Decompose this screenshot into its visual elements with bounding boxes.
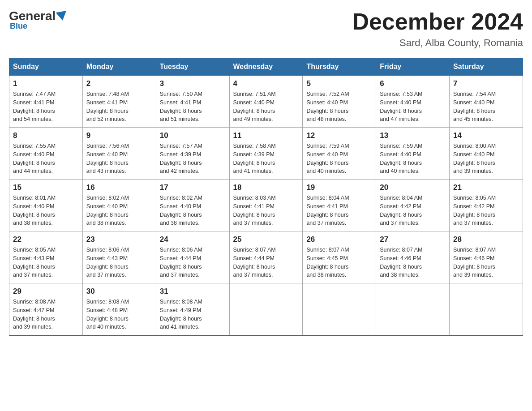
day-number: 4	[233, 79, 299, 88]
calendar-week-row: 1Sunrise: 7:47 AMSunset: 4:41 PMDaylight…	[9, 76, 523, 128]
day-number: 22	[13, 235, 79, 244]
day-number: 7	[453, 79, 519, 88]
day-number: 8	[13, 131, 79, 140]
header-saturday: Saturday	[450, 58, 523, 76]
header-wednesday: Wednesday	[229, 58, 303, 76]
calendar-day-cell: 1Sunrise: 7:47 AMSunset: 4:41 PMDaylight…	[9, 76, 83, 128]
calendar-day-cell	[376, 283, 450, 336]
day-number: 28	[453, 235, 519, 244]
day-number: 24	[160, 235, 226, 244]
day-info: Sunrise: 8:05 AMSunset: 4:42 PMDaylight:…	[453, 194, 519, 227]
calendar-day-cell: 9Sunrise: 7:56 AMSunset: 4:40 PMDaylight…	[82, 128, 156, 180]
day-info: Sunrise: 7:50 AMSunset: 4:41 PMDaylight:…	[160, 90, 226, 124]
calendar-week-row: 29Sunrise: 8:08 AMSunset: 4:47 PMDayligh…	[9, 283, 523, 336]
day-number: 11	[233, 131, 299, 140]
header-sunday: Sunday	[9, 58, 83, 76]
calendar-day-cell: 10Sunrise: 7:57 AMSunset: 4:39 PMDayligh…	[156, 128, 229, 180]
calendar-day-cell: 3Sunrise: 7:50 AMSunset: 4:41 PMDaylight…	[156, 76, 229, 128]
logo-subtitle: Blue	[10, 21, 27, 31]
day-number: 3	[160, 79, 226, 88]
calendar-week-row: 15Sunrise: 8:01 AMSunset: 4:40 PMDayligh…	[9, 180, 523, 231]
day-number: 9	[86, 131, 152, 140]
day-info: Sunrise: 8:02 AMSunset: 4:40 PMDaylight:…	[160, 194, 226, 227]
day-info: Sunrise: 8:03 AMSunset: 4:41 PMDaylight:…	[233, 194, 299, 227]
day-info: Sunrise: 7:47 AMSunset: 4:41 PMDaylight:…	[13, 90, 79, 124]
day-info: Sunrise: 8:04 AMSunset: 4:41 PMDaylight:…	[306, 194, 372, 227]
calendar-week-row: 8Sunrise: 7:55 AMSunset: 4:40 PMDaylight…	[9, 128, 523, 180]
day-info: Sunrise: 8:07 AMSunset: 4:45 PMDaylight:…	[306, 246, 372, 279]
day-number: 5	[306, 79, 372, 88]
day-info: Sunrise: 7:56 AMSunset: 4:40 PMDaylight:…	[86, 142, 152, 176]
calendar-day-cell: 23Sunrise: 8:06 AMSunset: 4:43 PMDayligh…	[82, 231, 156, 283]
day-number: 27	[380, 235, 446, 244]
day-info: Sunrise: 7:57 AMSunset: 4:39 PMDaylight:…	[160, 142, 226, 176]
day-info: Sunrise: 7:55 AMSunset: 4:40 PMDaylight:…	[13, 142, 79, 176]
day-info: Sunrise: 7:54 AMSunset: 4:40 PMDaylight:…	[453, 90, 519, 124]
calendar-day-cell: 30Sunrise: 8:08 AMSunset: 4:48 PMDayligh…	[82, 283, 156, 336]
calendar-day-cell: 11Sunrise: 7:58 AMSunset: 4:39 PMDayligh…	[229, 128, 303, 180]
calendar-day-cell: 7Sunrise: 7:54 AMSunset: 4:40 PMDaylight…	[450, 76, 523, 128]
calendar-day-cell: 21Sunrise: 8:05 AMSunset: 4:42 PMDayligh…	[450, 180, 523, 231]
day-info: Sunrise: 7:59 AMSunset: 4:40 PMDaylight:…	[380, 142, 446, 176]
header-tuesday: Tuesday	[156, 58, 229, 76]
calendar-day-cell	[303, 283, 376, 336]
day-number: 1	[13, 79, 79, 88]
day-number: 29	[13, 287, 79, 296]
day-number: 25	[233, 235, 299, 244]
day-info: Sunrise: 7:52 AMSunset: 4:40 PMDaylight:…	[306, 90, 372, 124]
day-info: Sunrise: 8:08 AMSunset: 4:48 PMDaylight:…	[86, 298, 152, 331]
day-info: Sunrise: 7:58 AMSunset: 4:39 PMDaylight:…	[233, 142, 299, 176]
day-info: Sunrise: 8:04 AMSunset: 4:42 PMDaylight:…	[380, 194, 446, 227]
day-info: Sunrise: 8:07 AMSunset: 4:46 PMDaylight:…	[453, 246, 519, 279]
calendar-day-cell: 22Sunrise: 8:05 AMSunset: 4:43 PMDayligh…	[9, 231, 83, 283]
calendar-day-cell: 2Sunrise: 7:48 AMSunset: 4:41 PMDaylight…	[82, 76, 156, 128]
day-number: 13	[380, 131, 446, 140]
calendar-day-cell: 6Sunrise: 7:53 AMSunset: 4:40 PMDaylight…	[376, 76, 450, 128]
calendar-day-cell: 25Sunrise: 8:07 AMSunset: 4:44 PMDayligh…	[229, 231, 303, 283]
day-number: 17	[160, 183, 226, 192]
calendar-day-cell: 14Sunrise: 8:00 AMSunset: 4:40 PMDayligh…	[450, 128, 523, 180]
day-number: 30	[86, 287, 152, 296]
calendar-day-cell: 24Sunrise: 8:06 AMSunset: 4:44 PMDayligh…	[156, 231, 229, 283]
day-info: Sunrise: 8:01 AMSunset: 4:40 PMDaylight:…	[13, 194, 79, 227]
calendar-title: December 2024	[352, 9, 523, 34]
day-number: 20	[380, 183, 446, 192]
calendar-table: Sunday Monday Tuesday Wednesday Thursday…	[9, 58, 523, 336]
calendar-day-cell: 27Sunrise: 8:07 AMSunset: 4:46 PMDayligh…	[376, 231, 450, 283]
day-info: Sunrise: 8:07 AMSunset: 4:46 PMDaylight:…	[380, 246, 446, 279]
day-info: Sunrise: 7:51 AMSunset: 4:40 PMDaylight:…	[233, 90, 299, 124]
calendar-day-cell: 29Sunrise: 8:08 AMSunset: 4:47 PMDayligh…	[9, 283, 83, 336]
calendar-day-cell: 31Sunrise: 8:08 AMSunset: 4:49 PMDayligh…	[156, 283, 229, 336]
day-info: Sunrise: 7:59 AMSunset: 4:40 PMDaylight:…	[306, 142, 372, 176]
calendar-day-cell	[229, 283, 303, 336]
day-number: 31	[160, 287, 226, 296]
calendar-day-cell: 8Sunrise: 7:55 AMSunset: 4:40 PMDaylight…	[9, 128, 83, 180]
day-info: Sunrise: 8:00 AMSunset: 4:40 PMDaylight:…	[453, 142, 519, 176]
calendar-day-cell: 20Sunrise: 8:04 AMSunset: 4:42 PMDayligh…	[376, 180, 450, 231]
calendar-day-cell: 5Sunrise: 7:52 AMSunset: 4:40 PMDaylight…	[303, 76, 376, 128]
calendar-day-cell: 12Sunrise: 7:59 AMSunset: 4:40 PMDayligh…	[303, 128, 376, 180]
day-info: Sunrise: 7:48 AMSunset: 4:41 PMDaylight:…	[86, 90, 152, 124]
day-number: 16	[86, 183, 152, 192]
logo-triangle-icon	[56, 11, 68, 21]
calendar-location: Sard, Alba County, Romania	[352, 37, 523, 49]
day-number: 26	[306, 235, 372, 244]
calendar-day-cell: 13Sunrise: 7:59 AMSunset: 4:40 PMDayligh…	[376, 128, 450, 180]
day-number: 23	[86, 235, 152, 244]
day-number: 12	[306, 131, 372, 140]
page-header: General Blue December 2024 Sard, Alba Co…	[9, 9, 523, 49]
calendar-day-cell: 19Sunrise: 8:04 AMSunset: 4:41 PMDayligh…	[303, 180, 376, 231]
calendar-day-cell: 16Sunrise: 8:02 AMSunset: 4:40 PMDayligh…	[82, 180, 156, 231]
calendar-day-cell: 4Sunrise: 7:51 AMSunset: 4:40 PMDaylight…	[229, 76, 303, 128]
header-monday: Monday	[82, 58, 156, 76]
calendar-day-cell: 15Sunrise: 8:01 AMSunset: 4:40 PMDayligh…	[9, 180, 83, 231]
day-info: Sunrise: 8:02 AMSunset: 4:40 PMDaylight:…	[86, 194, 152, 227]
calendar-day-cell	[450, 283, 523, 336]
day-info: Sunrise: 8:08 AMSunset: 4:49 PMDaylight:…	[160, 298, 226, 331]
day-info: Sunrise: 7:53 AMSunset: 4:40 PMDaylight:…	[380, 90, 446, 124]
day-number: 18	[233, 183, 299, 192]
day-number: 15	[13, 183, 79, 192]
day-info: Sunrise: 8:08 AMSunset: 4:47 PMDaylight:…	[13, 298, 79, 331]
calendar-day-cell: 17Sunrise: 8:02 AMSunset: 4:40 PMDayligh…	[156, 180, 229, 231]
day-number: 21	[453, 183, 519, 192]
